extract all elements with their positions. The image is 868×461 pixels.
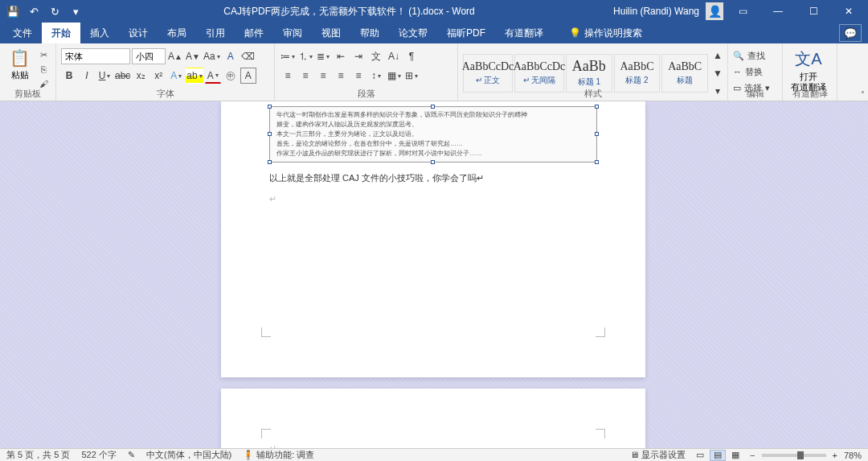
multilevel-list-button[interactable]: ≣▾	[315, 48, 331, 64]
titlebar: 💾 ↶ ↻ ▾ CAJ转PDF两步完成，无需额外下载软件！ (1).docx -…	[0, 0, 868, 23]
tab-review[interactable]: 审阅	[273, 23, 312, 43]
bulb-icon: 💡	[569, 27, 581, 39]
paragraph-mark: ↵	[269, 443, 597, 448]
document-canvas[interactable]: 年代这一时期创作出发是有两多样的知识分子形象，该既示不同历史阶段知识分子的精神 …	[0, 101, 868, 448]
zoom-out-button[interactable]: −	[750, 451, 755, 460]
page-blank[interactable]: ↵ ↵ ↵ ↵ ↵ ↵	[221, 389, 645, 448]
group-youdao: 文A 打开有道翻译 有道翻译	[783, 43, 837, 101]
undo-button[interactable]: ↶	[24, 2, 43, 21]
accessibility-check[interactable]: 🧍 辅助功能: 调查	[243, 449, 314, 461]
replace-button[interactable]: ↔ 替换	[733, 64, 763, 79]
increase-indent-button[interactable]: ⇥	[350, 48, 366, 64]
text-effects-button[interactable]: A▾	[168, 68, 184, 84]
font-size-combo[interactable]: 小四	[132, 48, 166, 64]
text-direction-button[interactable]: 文	[368, 48, 384, 64]
spellcheck-icon[interactable]: ✎	[128, 450, 135, 460]
group-styles: AaBbCcDc ↵ 正文 AaBbCcDc ↵ 无间隔 AaBb 标题 1 A…	[458, 43, 728, 101]
bold-button[interactable]: B	[61, 68, 77, 84]
sort-button[interactable]: A↓	[386, 48, 402, 64]
youdao-translate-button[interactable]: 文A 打开有道翻译	[788, 45, 829, 93]
enclose-char-button[interactable]: ㊥	[223, 68, 239, 84]
clear-formatting-button[interactable]: ⌫	[240, 48, 256, 64]
quick-access-toolbar: 💾 ↶ ↻ ▾	[3, 2, 85, 21]
subscript-button[interactable]: x₂	[133, 68, 149, 84]
shading-button[interactable]: ▦▾	[386, 68, 402, 84]
align-left-button[interactable]: ≡	[280, 68, 296, 84]
language-indicator[interactable]: 中文(简体，中国大陆)	[146, 449, 231, 461]
status-bar: 第 5 页，共 5 页 522 个字 ✎ 中文(简体，中国大陆) 🧍 辅助功能:…	[0, 448, 868, 461]
save-button[interactable]: 💾	[3, 2, 23, 21]
bullets-button[interactable]: ≔▾	[280, 48, 296, 64]
show-marks-button[interactable]: ¶	[403, 48, 420, 64]
char-border-button[interactable]: A	[240, 68, 256, 84]
tab-insert[interactable]: 插入	[80, 23, 119, 43]
zoom-in-button[interactable]: +	[833, 451, 837, 460]
font-name-combo[interactable]: 宋体	[61, 48, 130, 64]
share-button[interactable]: 💬	[839, 24, 862, 42]
word-count[interactable]: 522 个字	[81, 449, 116, 461]
qat-customize[interactable]: ▾	[66, 2, 85, 21]
justify-button[interactable]: ≡	[333, 68, 349, 84]
tab-view[interactable]: 视图	[312, 23, 350, 43]
change-case-button[interactable]: Aa▾	[203, 48, 221, 64]
align-right-button[interactable]: ≡	[315, 68, 331, 84]
align-center-button[interactable]: ≡	[297, 68, 313, 84]
web-layout-button[interactable]: ▦	[727, 450, 743, 461]
copy-button[interactable]: ⎘	[36, 63, 51, 76]
print-layout-button[interactable]: ▤	[710, 450, 726, 461]
tab-youdao[interactable]: 有道翻译	[495, 23, 553, 43]
borders-button[interactable]: ⊞▾	[403, 68, 420, 84]
close-button[interactable]: ✕	[833, 0, 865, 23]
tab-wenchang[interactable]: 论文帮	[389, 23, 437, 43]
cut-button[interactable]: ✂	[36, 48, 51, 61]
styles-row-down[interactable]: ▼	[710, 65, 726, 81]
zoom-slider[interactable]	[762, 454, 826, 457]
redo-button[interactable]: ↻	[45, 2, 64, 21]
embedded-image[interactable]: 年代这一时期创作出发是有两多样的知识分子形象，该既示不同历史阶段知识分子的精神 …	[269, 106, 597, 163]
strikethrough-button[interactable]: abc	[114, 68, 131, 84]
tab-foxit[interactable]: 福昕PDF	[437, 23, 495, 43]
style-no-spacing[interactable]: AaBbCcDc ↵ 无间隔	[514, 54, 564, 93]
phonetic-guide-button[interactable]: A	[223, 48, 239, 64]
style-normal[interactable]: AaBbCcDc ↵ 正文	[463, 54, 513, 93]
tab-mailings[interactable]: 邮件	[235, 23, 273, 43]
body-paragraph[interactable]: 以上就是全部处理 CAJ 文件的小技巧啦，你学会了吗↵	[269, 172, 597, 184]
maximize-button[interactable]: ☐	[797, 0, 829, 23]
font-color-button[interactable]: A▾	[205, 68, 221, 84]
styles-row-up[interactable]: ▲	[710, 47, 726, 64]
page-counter[interactable]: 第 5 页，共 5 页	[6, 449, 70, 461]
user-name[interactable]: Huilin (Randi) Wang	[613, 6, 699, 17]
user-avatar-icon[interactable]: 👤	[706, 2, 723, 20]
find-button[interactable]: 🔍 查找	[733, 48, 765, 63]
page-5[interactable]: 年代这一时期创作出发是有两多样的知识分子形象，该既示不同历史阶段知识分子的精神 …	[221, 101, 645, 377]
read-mode-button[interactable]: ▭	[692, 450, 708, 461]
underline-button[interactable]: U▾	[96, 68, 113, 84]
tell-me-search[interactable]: 💡 操作说明搜索	[559, 23, 652, 43]
grow-font-button[interactable]: A▲	[167, 48, 183, 64]
style-heading1[interactable]: AaBb 标题 1	[566, 54, 612, 93]
decrease-indent-button[interactable]: ⇤	[333, 48, 349, 64]
paragraph-mark: ↵	[269, 194, 597, 204]
tab-home[interactable]: 开始	[42, 23, 80, 43]
style-title[interactable]: AaBbC 标题	[661, 54, 708, 93]
tab-references[interactable]: 引用	[196, 23, 235, 43]
style-heading2[interactable]: AaBbC 标题 2	[614, 54, 661, 93]
minimize-button[interactable]: —	[762, 0, 794, 23]
italic-button[interactable]: I	[79, 68, 95, 84]
tab-layout[interactable]: 布局	[158, 23, 196, 43]
tab-file[interactable]: 文件	[3, 23, 42, 43]
tab-design[interactable]: 设计	[119, 23, 158, 43]
ribbon-options-button[interactable]: ▭	[727, 0, 759, 23]
shrink-font-button[interactable]: A▼	[185, 48, 201, 64]
numbering-button[interactable]: ⒈▾	[297, 48, 313, 64]
clipboard-icon: 📋	[10, 48, 30, 68]
highlight-button[interactable]: ab▾	[186, 68, 203, 84]
display-settings[interactable]: 🖥 显示器设置	[630, 449, 686, 461]
line-spacing-button[interactable]: ↕▾	[368, 68, 384, 84]
zoom-level[interactable]: 78%	[844, 451, 862, 460]
paste-button[interactable]: 📋 粘贴	[5, 45, 35, 81]
tab-help[interactable]: 帮助	[350, 23, 389, 43]
distributed-button[interactable]: ≡	[350, 68, 366, 84]
collapse-ribbon-button[interactable]: ˄	[861, 90, 865, 99]
superscript-button[interactable]: x²	[150, 68, 166, 84]
